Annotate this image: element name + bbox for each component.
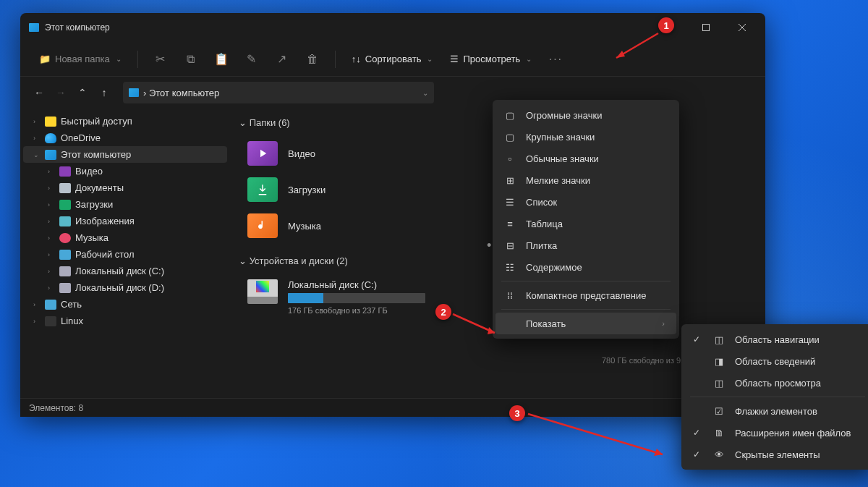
sidebar-item-downloads[interactable]: ›Загрузки	[23, 196, 227, 213]
square-icon: ▢	[504, 131, 516, 143]
cloud-icon	[45, 133, 56, 143]
download-icon	[59, 200, 71, 210]
menu-nav-pane[interactable]: ✓◫Область навигации	[684, 329, 868, 350]
menu-medium-icons[interactable]: ▫Обычные значки	[495, 148, 676, 169]
sidebar-item-diskc[interactable]: ›Локальный диск (C:)	[23, 263, 227, 279]
sort-button[interactable]: ↑↓ Сортировать ⌄	[346, 51, 439, 67]
up-button[interactable]: ⌃	[72, 82, 93, 103]
delete-icon[interactable]: 🗑	[306, 53, 319, 66]
menu-compact[interactable]: ⁞⁞Компактное представление	[495, 284, 676, 306]
close-button[interactable]	[731, 19, 754, 36]
annotation-arrow-1	[609, 30, 661, 62]
drive-icon	[247, 279, 278, 304]
eye-icon: 👁	[713, 449, 725, 460]
menu-list[interactable]: ☰Список	[495, 191, 676, 213]
show-submenu: ✓◫Область навигации ◨Область сведений ◫О…	[681, 324, 868, 470]
linux-icon	[45, 316, 56, 326]
menu-item-checkboxes[interactable]: ☑Флажки элементов	[684, 400, 868, 422]
pane-icon: ◨	[713, 355, 725, 367]
sidebar-item-quickaccess[interactable]: ›Быстрый доступ	[23, 113, 227, 130]
navigation-pane: ›Быстрый доступ ›OneDrive ⌄Этот компьюте…	[20, 109, 230, 398]
forward-button[interactable]: →	[51, 82, 71, 103]
check-icon: ✓	[693, 334, 703, 344]
menu-details-pane[interactable]: ◨Область сведений	[684, 350, 868, 372]
more-icon[interactable]: ···	[549, 53, 562, 66]
file-icon: 🗎	[713, 427, 725, 439]
chevron-down-icon: ⌄	[116, 55, 122, 63]
menu-content[interactable]: ☷Содержимое	[495, 256, 676, 278]
chevron-down-icon: ⌄	[422, 89, 428, 97]
tiles-icon: ⊟	[504, 240, 516, 251]
check-icon: ✓	[693, 449, 703, 460]
sidebar-item-music[interactable]: ›Музыка	[23, 229, 227, 246]
checkbox-icon: ☑	[713, 405, 725, 417]
annotation-arrow-3	[525, 411, 670, 462]
drive-c-capacity-bar	[288, 293, 425, 303]
app-icon	[29, 23, 39, 32]
menu-file-extensions[interactable]: ✓🗎Расширения имен файлов	[684, 422, 868, 444]
check-icon: ✓	[693, 428, 703, 438]
table-icon: ≡	[504, 218, 516, 229]
share-icon[interactable]: ↗	[276, 53, 289, 66]
svg-line-8	[528, 414, 663, 454]
menu-small-icons[interactable]: ⊞Мелкие значки	[495, 169, 676, 191]
square-icon: ▢	[504, 109, 516, 121]
back-button[interactable]: ←	[29, 82, 49, 103]
svg-marker-5	[616, 51, 625, 58]
video-folder-icon	[247, 141, 278, 166]
rename-icon[interactable]: ✎	[245, 53, 258, 66]
menu-table[interactable]: ≡Таблица	[495, 213, 676, 234]
view-button[interactable]: ☰ Просмотреть ⌄	[444, 51, 537, 67]
view-menu: ▢Огромные значки ▢Крупные значки ▫Обычны…	[493, 100, 679, 339]
sidebar-item-linux[interactable]: ›Linux	[23, 313, 227, 329]
image-icon	[59, 216, 71, 226]
pane-icon: ◫	[713, 377, 725, 389]
up-level-button[interactable]: ↑	[94, 82, 114, 103]
new-folder-button[interactable]: 📁 Новая папка ⌄	[33, 51, 127, 67]
svg-rect-1	[703, 25, 710, 31]
desktop-icon	[59, 250, 71, 260]
pc-icon	[45, 150, 56, 160]
menu-preview-pane[interactable]: ◫Область просмотра	[684, 372, 868, 394]
view-icon: ☰	[450, 54, 459, 64]
paste-icon[interactable]: 📋	[215, 53, 228, 66]
compact-icon: ⁞⁞	[504, 289, 516, 301]
item-count: Элементов: 8	[29, 403, 83, 413]
video-icon	[59, 166, 71, 177]
annotation-2: 2	[435, 304, 451, 320]
pane-icon: ◫	[713, 334, 725, 345]
network-icon	[45, 300, 56, 310]
maximize-button[interactable]	[694, 19, 718, 36]
sidebar-item-diskd[interactable]: ›Локальный диск (D:)	[23, 279, 227, 296]
disk-icon	[59, 283, 71, 293]
document-icon	[59, 183, 71, 193]
content-icon: ☷	[504, 261, 516, 273]
cut-icon[interactable]: ✂	[154, 53, 167, 66]
annotation-arrow-2	[450, 311, 502, 340]
annotation-3: 3	[509, 405, 525, 421]
pc-icon	[129, 88, 139, 97]
menu-tiles[interactable]: •⊟Плитка	[495, 234, 676, 256]
grid-icon: ⊞	[504, 174, 516, 186]
address-bar[interactable]: › Этот компьютер ⌄	[123, 82, 434, 103]
music-icon	[59, 233, 71, 243]
list-icon: ☰	[504, 196, 516, 208]
sidebar-item-thispc[interactable]: ⌄Этот компьютер	[23, 146, 227, 163]
sort-icon: ↑↓	[352, 54, 361, 64]
sidebar-item-video[interactable]: ›Видео	[23, 163, 227, 179]
window-title: Этот компьютер	[45, 22, 658, 33]
menu-show[interactable]: Показать›	[495, 313, 676, 334]
menu-large-icons[interactable]: ▢Крупные значки	[495, 126, 676, 148]
menu-hidden-items[interactable]: ✓👁Скрытые элементы	[684, 444, 868, 465]
sidebar-item-network[interactable]: ›Сеть	[23, 296, 227, 313]
download-folder-icon	[247, 177, 278, 202]
file-explorer-window: Этот компьютер 📁 Новая папка ⌄ ✂ ⧉ 📋 ✎ ↗…	[20, 13, 765, 417]
sidebar-item-desktop[interactable]: ›Рабочий стол	[23, 246, 227, 263]
disk-icon	[59, 266, 71, 276]
star-icon	[45, 117, 56, 127]
sidebar-item-onedrive[interactable]: ›OneDrive	[23, 130, 227, 146]
sidebar-item-images[interactable]: ›Изображения	[23, 213, 227, 229]
sidebar-item-documents[interactable]: ›Документы	[23, 179, 227, 196]
copy-icon[interactable]: ⧉	[184, 53, 197, 66]
menu-extra-large-icons[interactable]: ▢Огромные значки	[495, 104, 676, 126]
